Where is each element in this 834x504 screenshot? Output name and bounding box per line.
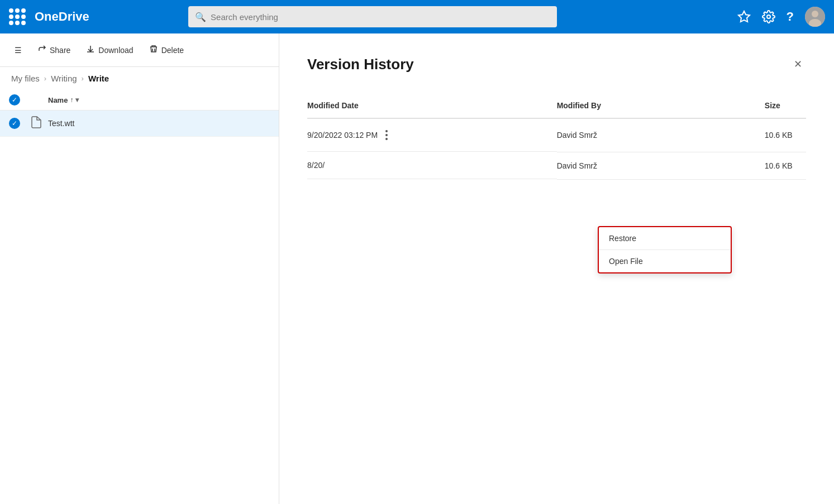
version-table: Modified Date Modified By Size 9/20/2022… [307,95,806,180]
version-history-panel: Version History ✕ Modified Date Modified… [279,33,834,504]
search-input[interactable] [188,6,557,27]
breadcrumb-myfiles[interactable]: My files [11,74,40,83]
breadcrumb: My files › Writing › Write [0,67,279,90]
table-row: 8/20/ David Smrž 10.6 KB [307,152,806,179]
apps-grid-button[interactable] [9,8,26,25]
settings-icon[interactable] [762,10,775,23]
svg-point-1 [767,15,770,18]
header-name-col[interactable]: Name ↑ ▾ [48,96,270,104]
panel-header: Version History ✕ [307,56,806,73]
close-button[interactable]: ✕ [789,56,806,73]
version-size-2: 10.6 KB [765,152,806,179]
restore-menu-item[interactable]: Restore [599,227,731,250]
header-checkbox[interactable]: ✓ [9,94,31,105]
file-icon [31,116,48,131]
share-label: Share [50,46,70,55]
panel-title: Version History [307,56,414,73]
file-name: Test.wtt [48,119,74,128]
search-bar: 🔍 [188,6,557,27]
sort-dropdown-icon[interactable]: ▾ [75,96,79,104]
delete-icon [149,45,158,55]
version-author-1: David Smrž [557,118,765,152]
col-size: Size [765,95,806,118]
context-menu: Restore Open File [598,226,732,273]
version-size-1: 10.6 KB [765,118,806,152]
col-modified-date: Modified Date [307,95,557,118]
file-checkbox[interactable]: ✓ [9,118,31,129]
premium-icon[interactable] [737,10,751,23]
menu-icon: ☰ [15,46,22,55]
share-icon [37,45,46,55]
help-icon[interactable]: ? [787,9,794,24]
left-panel: ☰ Share Download Delete [0,33,279,504]
share-button[interactable]: Share [32,41,76,59]
version-date-2: 8/20/ [307,152,557,179]
table-row[interactable]: ✓ Test.wtt [0,111,279,137]
onedrive-logo: OneDrive [35,9,89,24]
breadcrumb-sep-2: › [82,74,84,83]
delete-button[interactable]: Delete [144,41,189,59]
delete-label: Delete [161,46,184,55]
table-row: 9/20/2022 03:12 PM David Smrž 10.6 KB [307,118,806,152]
more-options-button-1[interactable] [383,128,390,142]
version-date-1: 9/20/2022 03:12 PM [307,119,557,152]
breadcrumb-sep-1: › [44,74,46,83]
download-label: Download [98,46,133,55]
open-file-menu-item[interactable]: Open File [599,250,731,272]
breadcrumb-current: Write [88,74,109,83]
download-button[interactable]: Download [80,41,139,59]
search-icon: 🔍 [195,12,206,22]
version-author-2: David Smrž [557,152,765,179]
breadcrumb-writing[interactable]: Writing [51,74,77,83]
topbar-actions: ? [737,7,825,27]
file-list: ✓ Test.wtt [0,111,279,137]
file-toolbar: ☰ Share Download Delete [0,33,279,67]
user-avatar[interactable] [805,7,825,27]
topbar: OneDrive 🔍 ? [0,0,834,33]
svg-point-3 [812,11,818,17]
file-list-header: ✓ Name ↑ ▾ [0,90,279,111]
col-modified-by: Modified By [557,95,765,118]
menu-button[interactable]: ☰ [9,42,27,58]
download-icon [86,45,95,55]
svg-marker-0 [738,11,750,22]
